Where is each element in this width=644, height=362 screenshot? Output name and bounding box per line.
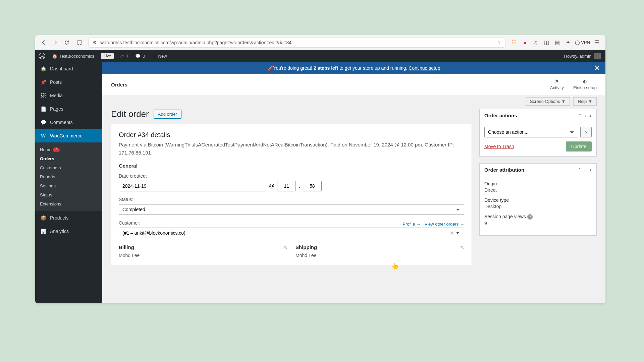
update-button[interactable]: Update — [566, 141, 592, 152]
origin-value: Direct — [484, 187, 592, 193]
products-icon: 📦 — [40, 215, 47, 221]
main-content: 🚀 You're doing great! 2 steps left to ge… — [102, 50, 605, 303]
edit-billing-icon[interactable]: ✎ — [283, 245, 287, 250]
sidebar-sub-reports[interactable]: Reports — [35, 172, 102, 181]
menu-icon[interactable]: ☰ — [593, 39, 601, 46]
activity-button[interactable]: ⚑Activity — [550, 79, 564, 90]
box-up-icon[interactable]: ⌃ — [578, 113, 582, 118]
wp-admin-bar: 🏠 TestBlockonomics Live ⟳ 7 💬 0 ＋ New Ho… — [35, 50, 605, 62]
sidebar-sub-settings[interactable]: Settings — [35, 181, 102, 190]
origin-label: Origin — [484, 181, 592, 186]
box-down-icon[interactable]: ⌄ — [584, 113, 587, 118]
status-select[interactable]: Completed — [119, 204, 464, 215]
move-to-trash-link[interactable]: Move to Trash — [484, 144, 514, 149]
flag-icon: ⚑ — [555, 79, 559, 84]
sidebar-item-products[interactable]: 📦Products — [35, 211, 102, 225]
shipping-name: Mohd Lee — [296, 253, 464, 258]
box-toggle-icon[interactable]: ▴ — [589, 113, 592, 118]
avatar[interactable] — [594, 53, 601, 59]
edit-shipping-icon[interactable]: ✎ — [460, 245, 464, 250]
billing-title: Billing — [119, 244, 134, 250]
finish-setup-button[interactable]: ◐Finish setup — [573, 79, 597, 90]
header-title: Orders — [111, 82, 127, 87]
site-link[interactable]: 🏠 TestBlockonomics — [49, 50, 98, 62]
media-icon: 🖼 — [40, 92, 47, 99]
banner-close-icon[interactable]: ✕ — [594, 64, 600, 72]
sidebar-item-posts[interactable]: 📌Posts — [35, 75, 102, 89]
sidebar-item-comments[interactable]: 💬Comments — [35, 116, 102, 129]
comments-link[interactable]: 💬 0 — [132, 50, 148, 62]
date-created-label: Date created: — [119, 173, 464, 179]
analytics-icon: 📊 — [40, 228, 47, 235]
pin-icon: 📌 — [40, 79, 47, 85]
url-text: wordpress.testblockonomics.com/wp-admin/… — [100, 40, 494, 45]
continue-setup-link[interactable]: Continue setup — [409, 65, 440, 71]
sidebar-sub-status[interactable]: Status — [35, 190, 102, 199]
sidebar-item-woocommerce[interactable]: WWooCommerce — [35, 129, 102, 142]
woo-icon: W — [40, 132, 47, 139]
date-input[interactable] — [119, 181, 266, 191]
sidebar-sub-extensions[interactable]: Extensions — [35, 199, 102, 208]
reload-button[interactable] — [63, 39, 71, 47]
sidebar-sub-customers[interactable]: Customers — [35, 163, 102, 172]
brave-icon[interactable]: ▲ — [521, 39, 529, 46]
live-badge[interactable]: Live — [98, 50, 117, 62]
new-link[interactable]: ＋ New — [149, 50, 170, 62]
sidebar-item-dashboard[interactable]: 🏠Dashboard — [35, 62, 102, 75]
at-symbol: @ — [269, 183, 274, 189]
howdy-text[interactable]: Howdy, admin — [564, 54, 591, 59]
device-value: Desktop — [484, 204, 592, 209]
order-actions-box: Order actions ⌃⌄▴ Choose an action... › … — [479, 109, 597, 157]
order-meta: Payment via Bitcoin (WarningThisIsAGener… — [119, 141, 464, 157]
screen-options-tab[interactable]: Screen Options ▼ — [526, 97, 570, 106]
add-order-button[interactable]: Add order — [154, 110, 181, 119]
box-up-icon[interactable]: ⌃ — [578, 167, 582, 172]
music-icon[interactable]: ♫ — [532, 39, 539, 46]
order-heading: Order #34 details — [119, 131, 464, 139]
view-orders-link[interactable]: View other orders → — [425, 222, 464, 227]
dashboard-icon: 🏠 — [40, 65, 47, 72]
reader-icon[interactable]: ▤ — [553, 39, 561, 46]
forward-button[interactable] — [51, 39, 59, 47]
box-down-icon[interactable]: ⌄ — [584, 167, 587, 172]
site-settings-icon[interactable]: ⚙ — [93, 40, 97, 45]
sidebar-sub-orders[interactable]: Orders — [35, 154, 102, 163]
attribution-title: Order attribution — [484, 167, 524, 173]
sparkle-icon[interactable]: ✦ — [564, 39, 572, 46]
time-colon: : — [299, 183, 300, 189]
sidebar-item-pages[interactable]: 📄Pages — [35, 102, 102, 116]
setup-banner: 🚀 You're doing great! 2 steps left to ge… — [102, 62, 605, 74]
device-label: Device type — [484, 197, 592, 203]
back-button[interactable] — [40, 39, 48, 47]
views-value: 9 — [484, 221, 592, 226]
sidebar-icon[interactable]: ◫ — [543, 39, 550, 46]
updates-link[interactable]: ⟳ 7 — [117, 50, 132, 62]
views-label: Session page views? — [484, 214, 592, 220]
profile-link[interactable]: Profile → — [402, 222, 420, 227]
general-section-title: General — [119, 163, 464, 169]
admin-sidebar: 🏠Dashboard 📌Posts 🖼Media 📄Pages 💬Comment… — [35, 50, 102, 303]
shipping-title: Shipping — [296, 244, 317, 250]
action-go-button[interactable]: › — [580, 127, 592, 137]
help-icon[interactable]: ? — [527, 214, 533, 220]
page-header: Orders ⚑Activity ◐Finish setup — [102, 74, 605, 95]
action-select[interactable]: Choose an action... — [484, 127, 578, 137]
vpn-indicator[interactable]: ◯ VPN — [575, 40, 590, 45]
sidebar-item-analytics[interactable]: 📊Analytics — [35, 225, 102, 238]
help-tab[interactable]: Help ▼ — [573, 97, 597, 106]
sidebar-item-media[interactable]: 🖼Media — [35, 89, 102, 102]
sidebar-sub-home[interactable]: Home2 — [35, 145, 102, 154]
share-icon[interactable]: ⇪ — [497, 40, 501, 45]
status-label: Status: — [119, 197, 464, 202]
box-toggle-icon[interactable]: ▴ — [589, 167, 592, 172]
bookmark-icon[interactable] — [75, 39, 84, 47]
shield-icon[interactable]: 🛡 — [511, 39, 518, 46]
wp-logo[interactable] — [35, 50, 49, 62]
customer-select[interactable]: (#1 – ankit@blockonomics.co) — [119, 228, 464, 238]
url-bar[interactable]: ⚙ wordpress.testblockonomics.com/wp-admi… — [88, 38, 506, 48]
order-details-box: Order #34 details Payment via Bitcoin (W… — [111, 124, 472, 265]
customer-label: Customer: — [119, 220, 141, 226]
hour-input[interactable] — [277, 181, 296, 191]
minute-input[interactable] — [303, 181, 322, 191]
page-title: Edit order — [111, 109, 149, 119]
